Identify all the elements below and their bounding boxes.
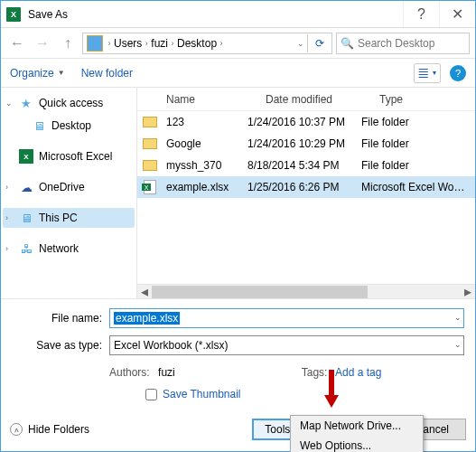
navigation-pane: ⌄ ★ Quick access 🖥 Desktop X Microsoft E… [1,88,136,298]
file-row[interactable]: Google1/24/2016 10:29 PMFile folder [137,133,475,155]
tags-field[interactable]: Tags: Add a tag [302,366,382,379]
excel-icon: X [19,149,33,164]
file-date: 1/24/2016 10:29 PM [240,137,354,150]
nav-onedrive[interactable]: › ☁ OneDrive [3,177,135,197]
window-title: Save As [28,8,68,21]
file-name: myssh_370 [159,159,240,172]
close-button[interactable]: ✕ [439,2,475,27]
save-as-dialog: X Save As ? ✕ ← → ↑ › Users › fuzi › Des… [0,0,476,452]
nav-desktop[interactable]: 🖥 Desktop [3,116,135,136]
file-name: Google [159,137,240,150]
file-list-pane: Name Date modified Type 1231/24/2016 10:… [136,88,475,298]
tools-menu: Map Network Drive... Web Options... Gene… [290,415,424,452]
breadcrumb-part[interactable]: fuzi [151,37,168,50]
breadcrumb[interactable]: › Users › fuzi › Desktop › ⌄ ⟳ [82,33,332,54]
breadcrumb-part[interactable]: Users [114,37,142,50]
nav-microsoft-excel[interactable]: X Microsoft Excel [3,146,135,166]
search-placeholder: Search Desktop [358,37,434,50]
breadcrumb-sep: › [142,39,151,48]
nav-network[interactable]: › 🖧 Network [3,239,135,259]
back-button[interactable]: ← [6,33,28,54]
scroll-thumb[interactable] [152,286,368,298]
scroll-left-icon[interactable]: ◂ [137,285,152,299]
command-bar: Organize▼ New folder ≣ ▼ ? [1,59,475,88]
saveastype-select[interactable]: Excel Workbook (*.xlsx) ⌄ [109,335,464,355]
breadcrumb-sep: › [217,39,226,48]
star-icon: ★ [19,96,33,110]
file-list[interactable]: 1231/24/2016 10:37 PMFile folderGoogle1/… [137,111,475,284]
folder-icon [141,138,159,149]
cloud-icon: ☁ [19,180,33,194]
file-row[interactable]: myssh_3708/18/2014 5:34 PMFile folder [137,155,475,176]
column-type[interactable]: Type [372,93,475,106]
saveastype-label: Save as type: [12,339,102,352]
file-type: File folder [354,159,475,172]
file-date: 1/24/2016 10:37 PM [240,116,354,128]
file-row[interactable]: example.xlsx1/25/2016 6:26 PMMicrosoft E… [137,176,475,198]
horizontal-scrollbar[interactable]: ◂ ▸ [137,284,475,298]
help-icon[interactable]: ? [450,65,466,81]
folder-icon [141,160,159,171]
help-button[interactable]: ? [403,2,439,27]
expand-icon[interactable]: › [5,213,8,222]
expand-icon[interactable]: ⌄ [5,99,13,108]
desktop-icon: 🖥 [32,118,46,133]
hide-folders-button[interactable]: ʌ Hide Folders [10,423,89,436]
pc-icon [87,35,103,52]
filename-input[interactable]: example.xlsx ⌄ [109,308,464,328]
menu-web-options[interactable]: Web Options... [291,436,423,452]
authors-field[interactable]: Authors: fuzi [109,366,175,379]
dropdown-icon[interactable]: ⌄ [454,313,462,322]
save-thumbnail-label[interactable]: Save Thumbnail [163,388,241,400]
file-type: File folder [354,137,475,150]
titlebar: X Save As ? ✕ [1,1,475,28]
filename-label: File name: [12,312,102,325]
column-name[interactable]: Name [159,93,258,106]
dropdown-icon[interactable]: ⌄ [454,340,462,349]
file-type: Microsoft Excel Worksheet [354,181,475,193]
breadcrumb-sep: › [105,39,114,48]
new-folder-button[interactable]: New folder [81,67,133,80]
file-date: 1/25/2016 6:26 PM [240,181,354,193]
file-type: File folder [354,116,475,128]
excel-app-icon: X [6,7,21,22]
breadcrumb-part[interactable]: Desktop [177,37,217,50]
explorer-body: ⌄ ★ Quick access 🖥 Desktop X Microsoft E… [1,88,475,299]
forward-button[interactable]: → [32,33,53,54]
save-thumbnail-checkbox[interactable] [145,389,157,400]
column-date[interactable]: Date modified [258,93,372,106]
file-name: 123 [159,116,240,128]
refresh-button[interactable]: ⟳ [310,33,330,53]
expand-icon[interactable]: › [5,244,8,253]
file-row[interactable]: 1231/24/2016 10:37 PMFile folder [137,111,475,133]
search-box[interactable]: 🔍 Search Desktop [336,33,470,54]
up-button[interactable]: ↑ [57,33,79,54]
organize-button[interactable]: Organize▼ [10,67,65,80]
view-options-button[interactable]: ≣ ▼ [414,63,441,83]
search-icon: 🔍 [341,37,354,50]
chevron-up-icon: ʌ [10,423,23,436]
excel-file-icon [141,180,159,194]
network-icon: 🖧 [19,241,33,256]
pc-icon: 🖥 [19,211,33,225]
scroll-right-icon[interactable]: ▸ [461,285,475,299]
menu-map-network-drive[interactable]: Map Network Drive... [291,416,423,436]
save-form: File name: example.xlsx ⌄ Save as type: … [1,299,475,413]
nav-quick-access[interactable]: ⌄ ★ Quick access [3,93,135,113]
address-bar-row: ← → ↑ › Users › fuzi › Desktop › ⌄ ⟳ 🔍 S… [1,28,475,59]
folder-icon [141,117,159,127]
file-name: example.xlsx [159,181,240,193]
dropdown-icon[interactable]: ⌄ [296,39,305,48]
file-list-header: Name Date modified Type [137,88,475,111]
nav-this-pc[interactable]: › 🖥 This PC [3,208,135,228]
breadcrumb-sep: › [168,39,177,48]
expand-icon[interactable]: › [5,183,8,192]
file-date: 8/18/2014 5:34 PM [240,159,354,172]
